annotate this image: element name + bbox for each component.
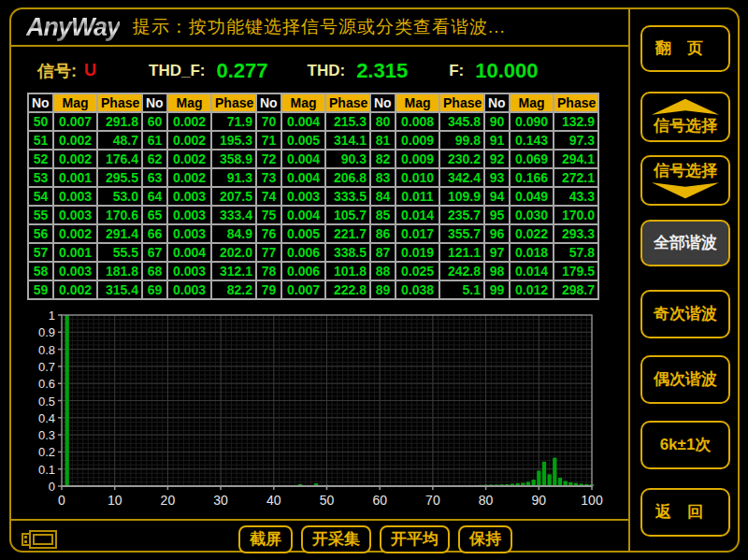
cell-phase: 207.5 [211,187,256,206]
signal-value: U [84,61,96,80]
anyway-logo: AnyWay [26,13,120,42]
cell-mag: 0.002 [53,150,97,168]
cell-mag: 0.003 [281,187,325,206]
screenshot-button[interactable]: 截屏 [238,525,293,553]
cell-mag: 0.007 [281,280,325,299]
harmonic-bar [558,478,562,486]
col-header-phase: Phase [439,93,484,112]
6k-plus-minus-1-button[interactable]: 6k±1次 [640,421,730,469]
harmonic-bar [537,471,540,486]
col-header-mag: Mag [396,93,439,112]
cell-mag: 0.019 [396,243,439,262]
thdf-value: 0.277 [216,59,267,83]
cell-mag: 0.003 [53,262,97,280]
page-turn-button[interactable]: 翻 页 [640,25,730,72]
cell-mag: 0.003 [167,262,211,280]
cell-phase: 215.3 [325,112,370,131]
cell-no: 70 [256,112,281,131]
cell-no: 99 [484,280,510,299]
cell-phase: 105.7 [325,206,370,224]
cell-no: 66 [142,224,167,243]
cell-no: 89 [370,280,396,299]
cell-no: 91 [484,131,510,150]
harmonic-bar [65,315,69,486]
all-harmonics-label: 全部谐波 [654,235,717,252]
cell-no: 85 [370,206,396,224]
cell-phase: 99.8 [439,131,484,150]
cell-mag: 0.022 [510,224,554,243]
cell-phase: 242.8 [439,262,484,280]
cell-phase: 91.3 [211,168,256,187]
cell-no: 97 [484,243,510,262]
cell-phase: 221.7 [325,224,370,243]
cell-phase: 195.3 [211,131,256,150]
cell-phase: 314.1 [325,131,370,150]
cell-mag: 0.006 [281,262,325,280]
start-acquisition-button[interactable]: 开采集 [301,525,371,553]
cell-no: 79 [256,280,281,299]
cell-no: 88 [370,262,396,280]
all-harmonics-button[interactable]: 全部谐波 [640,220,730,266]
cell-no: 98 [484,262,510,280]
signal-label: 信号: [37,60,77,82]
cell-no: 55 [28,206,53,224]
x-tick-label: 20 [161,493,176,508]
cell-no: 82 [370,150,396,168]
cell-phase: 5.1 [439,280,484,299]
hold-button[interactable]: 保持 [458,525,512,553]
cell-phase: 82.2 [211,280,256,299]
cell-mag: 0.012 [510,280,554,299]
start-averaging-button[interactable]: 开平均 [380,525,450,553]
col-header-no: No [28,93,53,112]
cell-mag: 0.069 [510,150,554,168]
cell-no: 60 [142,112,167,131]
col-header-phase: Phase [325,93,370,112]
cell-no: 90 [484,112,510,131]
cell-no: 57 [28,243,53,262]
table-row: 580.003181.8680.003312.1780.006101.8880.… [28,262,598,280]
cell-mag: 0.002 [53,280,97,299]
x-tick-label: 100 [581,493,603,508]
y-tick-label: 0.6 [38,377,55,391]
cell-no: 78 [256,262,281,280]
cell-phase: 291.8 [97,112,142,131]
col-header-no: No [484,93,510,112]
return-button[interactable]: 返 回 [640,488,730,537]
y-tick-label: 0.1 [38,463,55,477]
harmonic-bar [548,474,552,486]
cell-no: 63 [142,168,167,187]
cell-no: 93 [484,168,510,187]
cell-no: 95 [484,206,510,224]
cell-no: 96 [484,224,510,243]
cell-mag: 0.005 [281,131,325,150]
footer-buttons: 截屏 开采集 开平均 保持 [238,525,512,553]
cell-phase: 57.8 [554,243,598,262]
signal-select-down-button[interactable]: 信号选择 [640,155,730,206]
signal-select-up-button[interactable]: 信号选择 [640,92,730,142]
cell-no: 50 [28,112,53,131]
cell-no: 53 [28,168,53,187]
cell-no: 65 [142,206,167,224]
cell-mag: 0.049 [510,187,554,206]
tip-text: 提示：按功能键选择信号源或分类查看谐波... [133,15,506,39]
odd-harmonics-button[interactable]: 奇次谐波 [640,290,730,338]
y-tick-label: 0.2 [38,445,55,459]
main-panel: AnyWay 提示：按功能键选择信号源或分类查看谐波... 信号: U THD_… [9,7,629,553]
table-row: 560.002291.4660.00384.9760.005221.7860.0… [28,224,598,243]
harmonics-table-head: NoMagPhaseNoMagPhaseNoMagPhaseNoMagPhase… [28,93,598,112]
cell-phase: 121.1 [439,243,484,262]
cell-no: 94 [484,187,510,206]
cell-no: 71 [256,131,281,150]
cell-phase: 97.3 [554,131,598,150]
cell-phase: 298.7 [554,280,598,299]
cell-no: 69 [142,280,167,299]
cell-phase: 90.3 [325,150,370,168]
cell-mag: 0.011 [396,187,439,206]
cell-no: 51 [28,131,53,150]
cell-phase: 170.6 [97,206,142,224]
cell-mag: 0.004 [281,168,325,187]
cell-phase: 170.0 [554,206,598,224]
even-harmonics-button[interactable]: 偶次谐波 [640,355,730,404]
cell-phase: 48.7 [97,131,142,150]
y-tick-label: 0.8 [38,343,55,357]
